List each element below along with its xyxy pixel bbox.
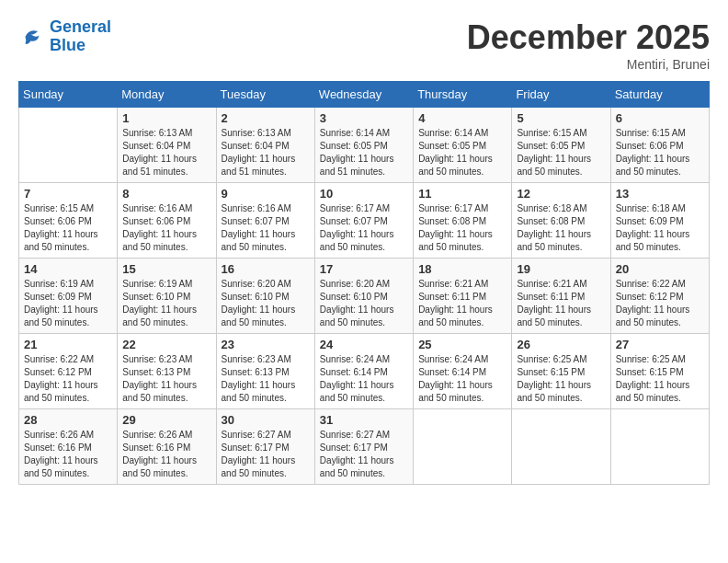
day-info: Sunrise: 6:27 AM Sunset: 6:17 PM Dayligh… — [320, 429, 408, 480]
calendar-cell: 23Sunrise: 6:23 AM Sunset: 6:13 PM Dayli… — [216, 334, 314, 409]
day-info: Sunrise: 6:21 AM Sunset: 6:11 PM Dayligh… — [517, 278, 605, 329]
header-day-wednesday: Wednesday — [314, 82, 413, 108]
day-number: 11 — [418, 187, 506, 201]
day-number: 13 — [616, 187, 704, 201]
calendar-cell: 16Sunrise: 6:20 AM Sunset: 6:10 PM Dayli… — [216, 259, 314, 334]
day-number: 17 — [320, 262, 408, 276]
calendar-cell: 1Sunrise: 6:13 AM Sunset: 6:04 PM Daylig… — [118, 108, 216, 183]
week-row-1: 1Sunrise: 6:13 AM Sunset: 6:04 PM Daylig… — [19, 108, 710, 183]
calendar-cell — [19, 108, 118, 183]
header-day-tuesday: Tuesday — [216, 82, 314, 108]
location-subtitle: Mentiri, Brunei — [467, 57, 710, 72]
calendar-cell: 22Sunrise: 6:23 AM Sunset: 6:13 PM Dayli… — [118, 334, 216, 409]
day-info: Sunrise: 6:16 AM Sunset: 6:06 PM Dayligh… — [122, 202, 210, 254]
day-number: 1 — [122, 111, 210, 125]
calendar-cell — [610, 409, 709, 485]
calendar-cell: 6Sunrise: 6:15 AM Sunset: 6:06 PM Daylig… — [610, 108, 709, 183]
week-row-4: 21Sunrise: 6:22 AM Sunset: 6:12 PM Dayli… — [19, 334, 710, 409]
day-info: Sunrise: 6:17 AM Sunset: 6:07 PM Dayligh… — [320, 202, 408, 254]
header-day-sunday: Sunday — [19, 82, 118, 108]
day-number: 14 — [24, 262, 112, 276]
day-info: Sunrise: 6:25 AM Sunset: 6:15 PM Dayligh… — [616, 353, 704, 405]
header-day-friday: Friday — [512, 82, 610, 108]
day-info: Sunrise: 6:19 AM Sunset: 6:10 PM Dayligh… — [122, 278, 210, 329]
day-number: 3 — [320, 111, 408, 125]
day-number: 9 — [222, 187, 310, 201]
header-day-saturday: Saturday — [610, 82, 709, 108]
day-info: Sunrise: 6:15 AM Sunset: 6:06 PM Dayligh… — [24, 202, 112, 254]
calendar-cell — [414, 409, 512, 485]
header-day-monday: Monday — [118, 82, 216, 108]
day-number: 12 — [517, 187, 605, 201]
calendar-cell: 15Sunrise: 6:19 AM Sunset: 6:10 PM Dayli… — [118, 259, 216, 334]
day-number: 19 — [517, 262, 605, 276]
day-info: Sunrise: 6:13 AM Sunset: 6:04 PM Dayligh… — [122, 127, 210, 178]
day-number: 20 — [616, 262, 704, 276]
calendar-cell: 17Sunrise: 6:20 AM Sunset: 6:10 PM Dayli… — [314, 259, 413, 334]
day-info: Sunrise: 6:23 AM Sunset: 6:13 PM Dayligh… — [122, 353, 210, 405]
day-number: 24 — [320, 338, 408, 351]
logo-text-line2: Blue — [50, 37, 111, 55]
day-number: 15 — [122, 262, 210, 276]
calendar-body: 1Sunrise: 6:13 AM Sunset: 6:04 PM Daylig… — [19, 108, 710, 485]
page-header: General Blue December 2025 Mentiri, Brun… — [18, 18, 710, 72]
day-info: Sunrise: 6:18 AM Sunset: 6:09 PM Dayligh… — [616, 202, 704, 254]
day-number: 5 — [517, 111, 605, 125]
calendar-cell: 29Sunrise: 6:26 AM Sunset: 6:16 PM Dayli… — [118, 409, 216, 485]
day-number: 16 — [222, 262, 310, 276]
calendar-cell: 5Sunrise: 6:15 AM Sunset: 6:05 PM Daylig… — [512, 108, 610, 183]
calendar-cell: 31Sunrise: 6:27 AM Sunset: 6:17 PM Dayli… — [314, 409, 413, 485]
day-number: 8 — [122, 187, 210, 201]
calendar-cell: 7Sunrise: 6:15 AM Sunset: 6:06 PM Daylig… — [19, 183, 118, 259]
calendar-cell: 11Sunrise: 6:17 AM Sunset: 6:08 PM Dayli… — [414, 183, 512, 259]
calendar-cell: 20Sunrise: 6:22 AM Sunset: 6:12 PM Dayli… — [610, 259, 709, 334]
month-title: December 2025 — [467, 18, 710, 57]
day-info: Sunrise: 6:23 AM Sunset: 6:13 PM Dayligh… — [222, 353, 310, 405]
day-info: Sunrise: 6:25 AM Sunset: 6:15 PM Dayligh… — [517, 353, 605, 405]
calendar-cell: 24Sunrise: 6:24 AM Sunset: 6:14 PM Dayli… — [314, 334, 413, 409]
day-info: Sunrise: 6:26 AM Sunset: 6:16 PM Dayligh… — [24, 429, 112, 480]
calendar-cell: 2Sunrise: 6:13 AM Sunset: 6:04 PM Daylig… — [216, 108, 314, 183]
logo-icon — [18, 23, 46, 51]
calendar-cell: 3Sunrise: 6:14 AM Sunset: 6:05 PM Daylig… — [314, 108, 413, 183]
calendar-cell: 26Sunrise: 6:25 AM Sunset: 6:15 PM Dayli… — [512, 334, 610, 409]
day-number: 10 — [320, 187, 408, 201]
calendar-cell: 21Sunrise: 6:22 AM Sunset: 6:12 PM Dayli… — [19, 334, 118, 409]
day-number: 22 — [122, 338, 210, 351]
day-info: Sunrise: 6:15 AM Sunset: 6:06 PM Dayligh… — [616, 127, 704, 178]
day-info: Sunrise: 6:21 AM Sunset: 6:11 PM Dayligh… — [418, 278, 506, 329]
day-number: 25 — [418, 338, 506, 351]
day-number: 18 — [418, 262, 506, 276]
calendar-cell: 18Sunrise: 6:21 AM Sunset: 6:11 PM Dayli… — [414, 259, 512, 334]
logo-text-line1: General — [50, 18, 111, 37]
day-number: 26 — [517, 338, 605, 351]
header-day-thursday: Thursday — [414, 82, 512, 108]
day-info: Sunrise: 6:15 AM Sunset: 6:05 PM Dayligh… — [517, 127, 605, 178]
day-number: 23 — [222, 338, 310, 351]
calendar-cell: 30Sunrise: 6:27 AM Sunset: 6:17 PM Dayli… — [216, 409, 314, 485]
day-info: Sunrise: 6:26 AM Sunset: 6:16 PM Dayligh… — [122, 429, 210, 480]
calendar-cell: 19Sunrise: 6:21 AM Sunset: 6:11 PM Dayli… — [512, 259, 610, 334]
day-number: 21 — [24, 338, 112, 351]
day-number: 7 — [24, 187, 112, 201]
day-number: 31 — [320, 413, 408, 427]
day-number: 2 — [222, 111, 310, 125]
day-info: Sunrise: 6:24 AM Sunset: 6:14 PM Dayligh… — [320, 353, 408, 405]
calendar-cell: 27Sunrise: 6:25 AM Sunset: 6:15 PM Dayli… — [610, 334, 709, 409]
day-info: Sunrise: 6:22 AM Sunset: 6:12 PM Dayligh… — [616, 278, 704, 329]
day-number: 4 — [418, 111, 506, 125]
calendar-header-row: SundayMondayTuesdayWednesdayThursdayFrid… — [19, 82, 710, 108]
logo: General Blue — [18, 18, 111, 55]
day-number: 6 — [616, 111, 704, 125]
calendar-table: SundayMondayTuesdayWednesdayThursdayFrid… — [18, 81, 710, 485]
calendar-cell: 10Sunrise: 6:17 AM Sunset: 6:07 PM Dayli… — [314, 183, 413, 259]
calendar-cell: 4Sunrise: 6:14 AM Sunset: 6:05 PM Daylig… — [414, 108, 512, 183]
week-row-2: 7Sunrise: 6:15 AM Sunset: 6:06 PM Daylig… — [19, 183, 710, 259]
title-block: December 2025 Mentiri, Brunei — [467, 18, 710, 72]
day-info: Sunrise: 6:16 AM Sunset: 6:07 PM Dayligh… — [222, 202, 310, 254]
day-info: Sunrise: 6:22 AM Sunset: 6:12 PM Dayligh… — [24, 353, 112, 405]
day-number: 27 — [616, 338, 704, 351]
day-info: Sunrise: 6:19 AM Sunset: 6:09 PM Dayligh… — [24, 278, 112, 329]
day-info: Sunrise: 6:18 AM Sunset: 6:08 PM Dayligh… — [517, 202, 605, 254]
calendar-cell: 28Sunrise: 6:26 AM Sunset: 6:16 PM Dayli… — [19, 409, 118, 485]
